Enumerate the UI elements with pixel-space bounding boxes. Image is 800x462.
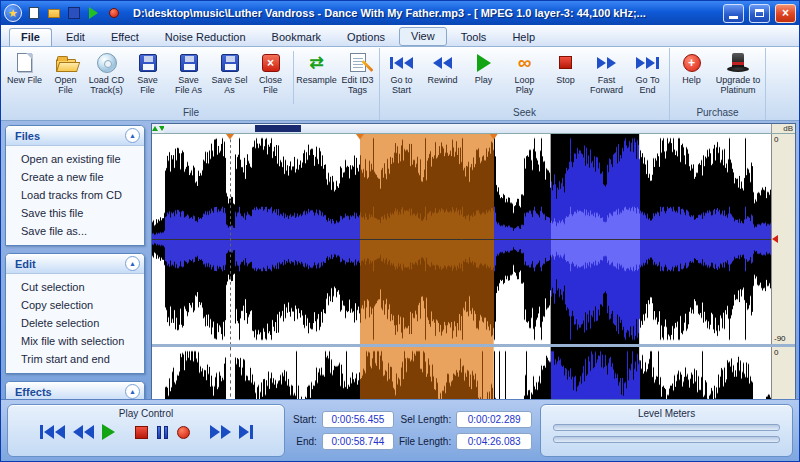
play-button[interactable]: Play	[463, 48, 504, 86]
zoom-arrows-icon[interactable]	[152, 124, 164, 133]
sidebar-item-save-file[interactable]: Save this file	[6, 204, 144, 222]
menu-effect[interactable]: Effect	[99, 28, 151, 46]
menu-options[interactable]: Options	[335, 28, 397, 46]
menu-edit[interactable]: Edit	[54, 28, 97, 46]
end-label: End:	[293, 436, 317, 447]
close-x-icon: ×	[262, 54, 280, 72]
overview-position-segment[interactable]	[255, 125, 301, 132]
resample-icon: ⇄	[309, 58, 323, 68]
stop-button[interactable]: Stop	[545, 48, 586, 86]
open-folder-icon	[48, 9, 60, 18]
waveform-channel-left: 0 -90	[152, 134, 795, 344]
go-to-start-button[interactable]: Go to Start	[381, 48, 422, 96]
play-control-title: Play Control	[8, 405, 284, 419]
titlebar-play-button[interactable]	[85, 5, 102, 22]
minimize-button[interactable]	[723, 4, 744, 23]
close-file-button[interactable]: ×Close File	[250, 48, 291, 96]
sidebar-item-save-as[interactable]: Save file as...	[6, 222, 144, 240]
sidebar-item-copy[interactable]: Copy selection	[6, 296, 144, 314]
help-button[interactable]: +Help	[671, 48, 712, 86]
load-cd-tracks-button[interactable]: Load CD Track(s)	[86, 48, 127, 96]
menu-help[interactable]: Help	[500, 28, 547, 46]
close-icon: ×	[782, 6, 789, 20]
files-panel-header[interactable]: Files ▲	[6, 126, 144, 146]
titlebar-open-file-button[interactable]	[45, 5, 62, 22]
maximize-icon	[755, 9, 764, 17]
waveform-canvas-left[interactable]	[152, 134, 771, 344]
resample-button[interactable]: ⇄Resample	[296, 48, 337, 86]
menu-tools[interactable]: Tools	[449, 28, 499, 46]
overview-strip[interactable]: dB	[152, 124, 795, 134]
time-status-fields: Start: 0:00:56.455 Sel Length: 0:00:02.2…	[293, 404, 532, 457]
titlebar-record-button[interactable]	[105, 5, 122, 22]
go-to-end-icon	[239, 425, 249, 439]
title-bar: ★ D:\desktop\music\Luther Vandross - Dan…	[1, 1, 799, 25]
save-file-button[interactable]: Save File	[127, 48, 168, 96]
fast-forward-icon	[597, 51, 616, 74]
effects-panel-header[interactable]: Effects ▲	[6, 382, 144, 399]
maximize-button[interactable]	[749, 4, 770, 23]
new-file-button[interactable]: New File	[4, 48, 45, 86]
db-ruler-right: 0 -90	[771, 347, 795, 399]
sidebar-item-create-new[interactable]: Create a new file	[6, 168, 144, 186]
start-value-field[interactable]: 0:00:56.455	[322, 411, 394, 428]
menu-bookmark[interactable]: Bookmark	[260, 28, 334, 46]
end-value-field[interactable]: 0:00:58.744	[322, 433, 394, 450]
sidebar-item-open-existing[interactable]: Open an existing file	[6, 150, 144, 168]
collapse-icon[interactable]: ▲	[125, 256, 140, 271]
sidebar-item-delete[interactable]: Delete selection	[6, 314, 144, 332]
close-button[interactable]: ×	[775, 4, 796, 23]
fast-forward-button[interactable]: Fast Forward	[586, 48, 627, 96]
toolbar-group-file: New File Open File Load CD Track(s) Save…	[3, 48, 380, 120]
edit-panel-header[interactable]: Edit ▲	[6, 254, 144, 274]
go-to-end-button[interactable]: Go To End	[627, 48, 668, 96]
waveform-canvas-right[interactable]	[152, 347, 771, 399]
rewind-icon	[433, 51, 452, 74]
transport-rewind-button[interactable]	[72, 425, 95, 439]
collapse-icon[interactable]: ▲	[125, 384, 140, 399]
upgrade-button[interactable]: Upgrade to Platinum	[712, 48, 764, 96]
level-meter-right	[553, 436, 780, 443]
transport-go-to-start-button[interactable]	[39, 425, 66, 439]
titlebar-new-file-button[interactable]	[25, 5, 42, 22]
titlebar-save-button[interactable]	[65, 5, 82, 22]
transport-play-button[interactable]	[101, 424, 116, 440]
sel-length-value-field[interactable]: 0:00:02.289	[456, 411, 532, 428]
file-length-value-field[interactable]: 0:04:26.083	[456, 433, 532, 450]
menu-file[interactable]: File	[9, 28, 52, 46]
play-icon	[477, 51, 491, 74]
save-sel-as-button[interactable]: Save Sel As	[209, 48, 250, 96]
collapse-icon[interactable]: ▲	[125, 128, 140, 143]
loop-icon: ∞	[518, 51, 532, 74]
toolbar: New File Open File Load CD Track(s) Save…	[1, 47, 799, 121]
loop-play-button[interactable]: ∞Loop Play	[504, 48, 545, 96]
sidebar-panel-files: Files ▲ Open an existing file Create a n…	[5, 125, 145, 246]
db-ruler-left: 0 -90	[771, 134, 795, 344]
transport-pause-button[interactable]	[155, 426, 170, 439]
level-meters-panel: Level Meters	[540, 404, 793, 457]
sidebar-item-cut[interactable]: Cut selection	[6, 278, 144, 296]
level-arrow-icon	[772, 235, 778, 243]
sidebar-item-mix[interactable]: Mix file with selection	[6, 332, 144, 350]
id3-tag-icon	[350, 53, 366, 72]
open-file-button[interactable]: Open File	[45, 48, 86, 96]
save-file-as-button[interactable]: Save File As	[168, 48, 209, 96]
app-window: ★ D:\desktop\music\Luther Vandross - Dan…	[0, 0, 800, 462]
toolbar-group-file-caption: File	[4, 107, 378, 120]
edit-id3-tags-button[interactable]: Edit ID3 Tags	[337, 48, 378, 96]
transport-stop-button[interactable]	[134, 426, 149, 439]
overview-track[interactable]	[164, 124, 771, 133]
sidebar-item-load-cd[interactable]: Load tracks from CD	[6, 186, 144, 204]
menu-noise-reduction[interactable]: Noise Reduction	[153, 28, 258, 46]
go-to-start-icon	[390, 51, 413, 74]
play-icon	[102, 424, 115, 440]
play-control-panel: Play Control	[7, 404, 285, 457]
rewind-button[interactable]: Rewind	[422, 48, 463, 86]
toolbar-group-purchase: +Help Upgrade to Platinum Purchase	[670, 48, 766, 120]
transport-record-button[interactable]	[176, 426, 191, 439]
toolbar-group-seek: Go to Start Rewind Play ∞Loop Play Stop …	[380, 48, 670, 120]
menu-view[interactable]: View	[399, 27, 447, 46]
transport-fast-forward-button[interactable]	[209, 425, 232, 439]
transport-go-to-end-button[interactable]	[238, 425, 254, 439]
sidebar-item-trim[interactable]: Trim start and end	[6, 350, 144, 368]
